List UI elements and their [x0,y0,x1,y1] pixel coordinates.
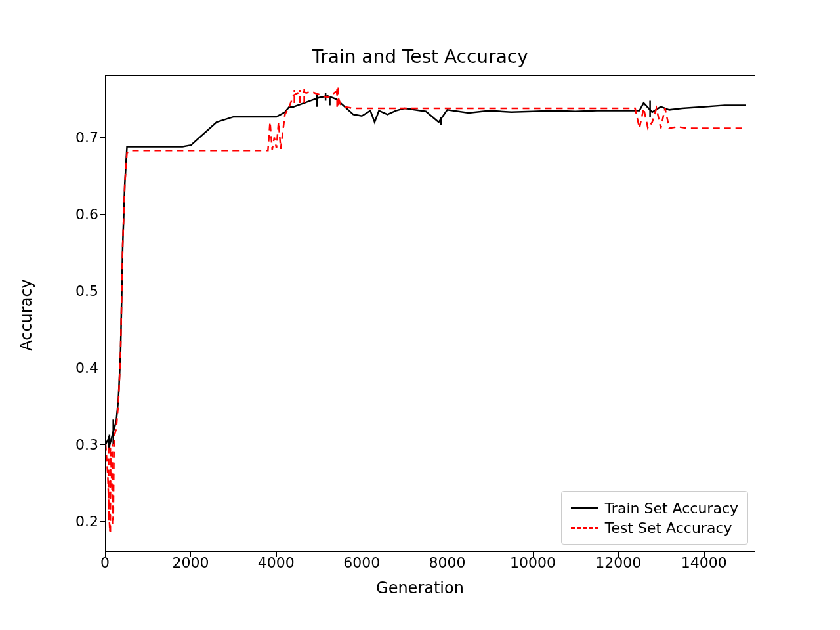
x-tick-label: 14000 [681,555,727,571]
legend-swatch-test [571,527,598,529]
x-tick-label: 4000 [258,555,295,571]
y-tick-label: 0.6 [75,205,98,222]
chart-figure: Train and Test Accuracy Accuracy Generat… [0,0,840,630]
x-tick-label: 0 [100,555,110,571]
legend-label-train: Train Set Accuracy [605,500,738,516]
x-tick-label: 8000 [429,555,466,571]
y-axis-label: Accuracy [17,279,35,351]
plot-area [105,75,755,552]
y-tick-label: 0.2 [75,513,98,530]
y-tick-label: 0.3 [75,436,98,453]
x-tick-label: 10000 [510,555,556,571]
legend-item-test: Test Set Accuracy [571,518,738,537]
legend-label-test: Test Set Accuracy [605,520,732,536]
legend: Train Set Accuracy Test Set Accuracy [561,491,748,545]
legend-swatch-train [571,507,598,509]
x-tick-label: 6000 [343,555,380,571]
y-tick-label: 0.5 [75,282,98,299]
x-axis-label: Generation [0,579,840,597]
x-tick-label: 2000 [172,555,209,571]
y-tick-label: 0.7 [75,129,98,145]
legend-item-train: Train Set Accuracy [571,498,738,518]
y-tick-label: 0.4 [75,359,98,375]
x-tick-label: 12000 [595,555,641,571]
plot-svg [106,76,755,551]
chart-title: Train and Test Accuracy [0,46,840,68]
